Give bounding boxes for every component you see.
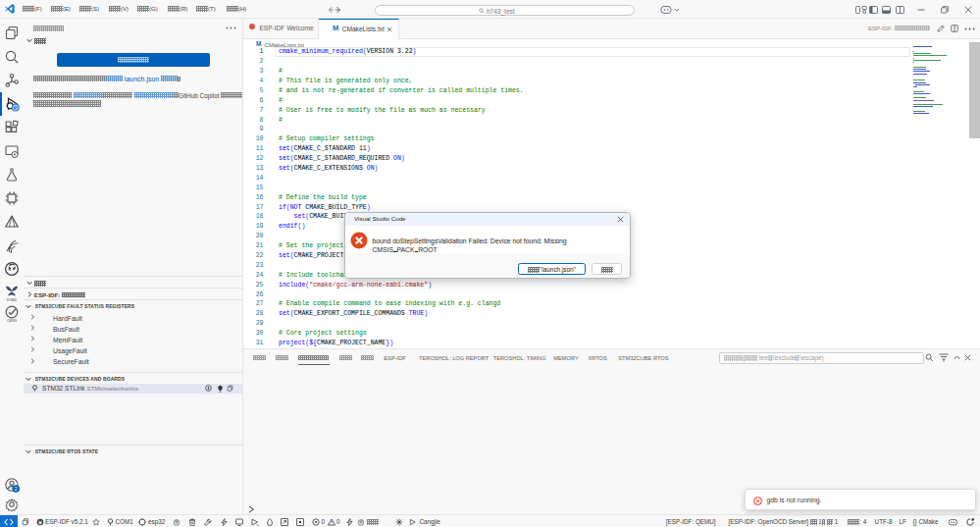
svg-text:2: 2 [15,486,18,492]
